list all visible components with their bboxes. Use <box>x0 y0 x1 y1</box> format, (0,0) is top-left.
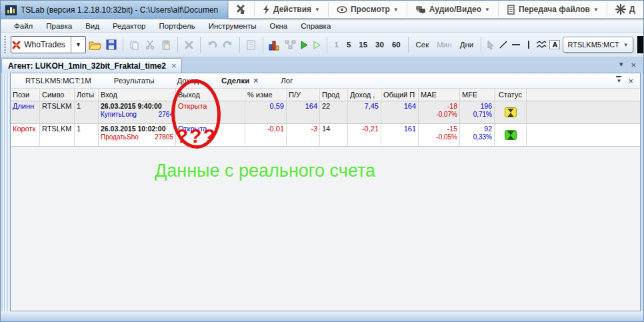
cell-bars: 14 <box>320 124 348 146</box>
menu-tools[interactable]: Инструменты <box>203 21 263 31</box>
diagonal-line-icon <box>499 40 508 49</box>
remote-view-label: Просмотр <box>351 5 390 14</box>
agent-row-dropdown-icon[interactable]: ▾ <box>619 60 623 70</box>
timeframe-30-button[interactable]: 30 <box>373 41 387 49</box>
col-entry-header[interactable]: Вход <box>99 89 176 101</box>
menu-portfolio[interactable]: Портфель <box>153 21 201 31</box>
run-button[interactable] <box>299 36 309 53</box>
open-folder-icon <box>89 40 101 50</box>
tabstrip-close-icon[interactable]: × <box>628 76 633 86</box>
col-status-header[interactable]: Статус <box>495 89 527 101</box>
timeframe-15-button[interactable]: 15 <box>356 41 370 49</box>
text-tool-button[interactable]: A <box>549 36 560 53</box>
entry-action: ПродатьSho <box>101 133 139 141</box>
remote-file-transfer-menu[interactable]: Передача файлов ▼ <box>504 3 601 16</box>
run-step-button[interactable] <box>312 36 322 53</box>
mfe-percent: 0,33% <box>462 133 492 141</box>
whotrades-combo[interactable]: WhoTrades ▼ <box>11 36 86 53</box>
tab-log[interactable]: Лог <box>281 77 293 85</box>
redo-button[interactable] <box>221 36 235 53</box>
undo-button[interactable] <box>205 36 219 53</box>
cell-mfe: 196 0,71% <box>460 101 495 123</box>
report-button[interactable] <box>245 36 258 53</box>
hline-tool-button[interactable] <box>511 36 521 53</box>
remote-actions-menu[interactable]: Действия ▼ <box>260 3 323 16</box>
tab-results[interactable]: Результаты <box>114 77 155 85</box>
col-filler-header <box>527 89 640 101</box>
remote-view-menu[interactable]: Просмотр ▼ <box>334 3 401 15</box>
col-mae-header[interactable]: MAE <box>419 89 460 101</box>
toolbar-grip[interactable] <box>4 36 6 53</box>
col-mfe-header[interactable]: MFE <box>460 89 495 101</box>
col-income-header[interactable]: Доход , <box>348 89 381 101</box>
menu-view[interactable]: Вид <box>79 21 105 31</box>
tab-trades[interactable]: Сделки× <box>221 76 258 85</box>
cell-mae: -18 -0,07% <box>419 101 460 123</box>
timeframe-5-button[interactable]: 5 <box>344 41 353 49</box>
zigzag-icon <box>536 40 547 49</box>
agent-row-controls: ▾ × <box>619 60 644 73</box>
unit-seconds-button[interactable]: Сек <box>413 41 432 49</box>
window-bottom-frame <box>1 311 644 321</box>
entry-price: 27805 <box>155 133 173 141</box>
copy-button[interactable] <box>127 36 141 53</box>
left-dock-strip[interactable] <box>1 73 9 314</box>
cell-pl: 164 <box>287 101 320 123</box>
remote-actions-label: Действия <box>273 5 311 14</box>
col-pl-header[interactable]: П/У <box>287 89 320 101</box>
col-symbol-header[interactable]: Симво <box>40 89 75 101</box>
session-close-button[interactable] <box>233 3 249 16</box>
col-total-header[interactable]: Общий П <box>381 89 419 101</box>
tabstrip-dropdown-icon[interactable]: ▼ <box>616 76 621 86</box>
save-floppy-icon <box>106 39 117 50</box>
whotrades-dropdown-icon[interactable]: ▼ <box>71 37 85 53</box>
trade-row-short[interactable]: Коротк RTSLKM 1 26.03.2015 10:02:00 Прод… <box>11 124 640 147</box>
tab-chart[interactable]: RTSLKM5:MCT:1M <box>25 77 91 85</box>
cut-button[interactable] <box>143 36 157 53</box>
menu-file[interactable]: Файл <box>8 21 39 31</box>
agent-tab-close-icon[interactable]: × <box>171 63 177 69</box>
unit-days-button[interactable]: Дни <box>457 41 477 49</box>
symbol-combo[interactable]: RTSLKM5:MCT ▼ <box>563 37 633 53</box>
clipped-control <box>637 36 644 53</box>
col-lots-header[interactable]: Лоты <box>75 89 99 101</box>
tab-trades-close-icon[interactable]: × <box>253 76 258 85</box>
symbol-combo-dropdown-icon[interactable]: ▼ <box>623 42 629 48</box>
menu-windows[interactable]: Окна <box>263 21 293 31</box>
menu-help[interactable]: Справка <box>295 21 337 31</box>
trade-row-long[interactable]: Длинн RTSLKM 1 26.03.2015 9:40:00 Купить… <box>11 101 640 124</box>
trendline-tool-button[interactable] <box>499 36 509 53</box>
mfe-value: 196 <box>462 102 492 111</box>
agent-tab-row: Агент: LUKOH_1min_32bit_Fraktal_time2 × … <box>1 57 644 73</box>
main-toolbar: WhoTrades ▼ <box>1 33 644 57</box>
cell-total: 164 <box>381 101 419 123</box>
menu-edit[interactable]: Правка <box>40 21 78 31</box>
timeframe-60-button[interactable]: 60 <box>389 41 403 49</box>
fractal-tool-button[interactable] <box>536 36 547 53</box>
mae-value: -18 <box>421 102 457 111</box>
script-graph-button[interactable] <box>283 36 297 53</box>
save-button[interactable] <box>105 36 118 53</box>
remote-more-menu[interactable]: Д <box>613 3 638 16</box>
unit-minutes-button[interactable]: Мин <box>434 41 454 49</box>
col-bars-header[interactable]: Прод <box>320 89 348 101</box>
agent-row-close-icon[interactable]: × <box>631 60 636 70</box>
file-transfer-icon <box>507 5 515 15</box>
open-button[interactable] <box>89 36 102 53</box>
whotrades-logo-icon <box>11 40 21 50</box>
remote-audio-video-menu[interactable]: Аудио/Видео ▼ <box>413 3 493 15</box>
menu-editor[interactable]: Редактор <box>107 21 152 31</box>
agent-tab[interactable]: Агент: LUKOH_1min_32bit_Fraktal_time2 × <box>1 58 182 73</box>
vline-tool-button[interactable] <box>524 36 534 53</box>
chart-button[interactable] <box>267 36 281 53</box>
pointer-tool-button[interactable] <box>486 36 496 53</box>
status-hourglass-yellow-icon <box>505 107 517 117</box>
cell-filler <box>527 124 640 146</box>
cell-status <box>495 101 527 123</box>
col-change-header[interactable]: % изме <box>245 89 287 101</box>
delete-button[interactable] <box>183 36 196 53</box>
paste-button[interactable] <box>159 36 173 53</box>
timeframe-1-button[interactable]: 1 <box>332 41 341 49</box>
col-position-header[interactable]: Пози <box>11 89 40 101</box>
scissors-icon <box>145 40 155 49</box>
